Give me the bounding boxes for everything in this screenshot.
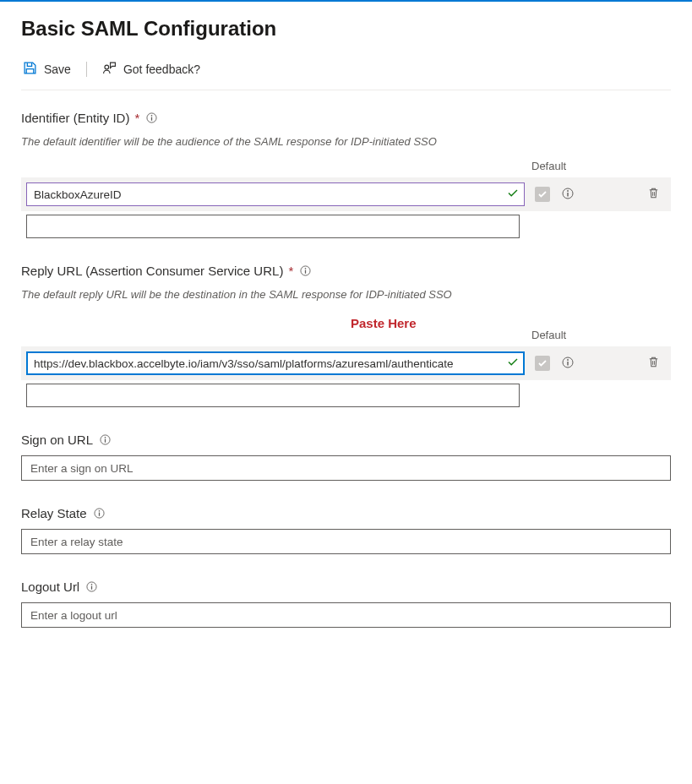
identifier-default-checkbox[interactable] (535, 187, 550, 202)
save-icon (23, 61, 37, 78)
required-mark: * (288, 264, 293, 278)
identifier-input[interactable] (26, 182, 525, 206)
identifier-default-header-row: Default (21, 160, 671, 177)
svg-rect-21 (91, 586, 92, 590)
identifier-add-row (21, 215, 671, 238)
replyurl-label: Reply URL (Assertion Consumer Service UR… (21, 264, 671, 278)
toolbar: Save Got feedback? (21, 52, 671, 90)
info-icon[interactable] (100, 434, 111, 445)
logout-label-text: Logout Url (21, 580, 79, 594)
svg-point-2 (151, 115, 153, 117)
replyurl-input-wrap (26, 351, 525, 375)
svg-rect-9 (305, 270, 306, 274)
identifier-label-text: Identifier (Entity ID) (21, 111, 129, 125)
svg-rect-15 (105, 439, 106, 443)
svg-rect-3 (151, 117, 152, 121)
delete-icon[interactable] (647, 356, 660, 368)
svg-point-0 (105, 65, 109, 69)
svg-point-11 (567, 359, 569, 361)
identifier-section: Identifier (Entity ID) * The default ide… (21, 111, 671, 238)
replyurl-description: The default reply URL will be the destin… (21, 288, 671, 301)
info-icon[interactable] (86, 581, 97, 592)
svg-point-8 (305, 268, 307, 270)
identifier-label: Identifier (Entity ID) * (21, 111, 671, 125)
identifier-input-wrap (26, 182, 525, 206)
relay-section: Relay State (21, 506, 671, 554)
default-column-header: Default (531, 160, 566, 172)
default-column-header: Default (531, 329, 566, 341)
replyurl-section: Reply URL (Assertion Consumer Service UR… (21, 264, 671, 407)
replyurl-label-text: Reply URL (Assertion Consumer Service UR… (21, 264, 283, 278)
logout-section: Logout Url (21, 580, 671, 628)
info-icon[interactable] (146, 112, 157, 123)
svg-rect-12 (567, 362, 568, 366)
svg-rect-18 (98, 513, 99, 516)
svg-point-17 (98, 510, 100, 512)
feedback-label: Got feedback? (123, 63, 200, 76)
info-icon[interactable] (562, 188, 574, 199)
replyurl-add-row (21, 384, 671, 407)
delete-icon[interactable] (647, 187, 660, 199)
info-icon[interactable] (562, 357, 574, 368)
save-button[interactable]: Save (21, 57, 73, 81)
replyurl-default-header-row: Default (21, 329, 671, 346)
signon-label-text: Sign on URL (21, 433, 93, 447)
identifier-row (21, 177, 671, 211)
identifier-description: The default identifier will be the audie… (21, 135, 671, 148)
svg-point-14 (105, 437, 106, 438)
replyurl-row (21, 346, 671, 380)
signon-section: Sign on URL (21, 433, 671, 481)
page-title: Basic SAML Configuration (21, 2, 671, 52)
logout-input[interactable] (21, 602, 671, 628)
relay-input[interactable] (21, 529, 671, 554)
relay-label-text: Relay State (21, 506, 87, 520)
replyurl-input[interactable] (26, 351, 525, 375)
signon-input[interactable] (21, 455, 671, 481)
replyurl-add-input[interactable] (26, 384, 520, 407)
replyurl-default-checkbox[interactable] (535, 356, 550, 371)
identifier-add-input[interactable] (26, 215, 520, 238)
info-icon[interactable] (94, 508, 105, 519)
toolbar-separator (86, 62, 87, 77)
feedback-button[interactable]: Got feedback? (101, 57, 202, 81)
svg-point-20 (91, 584, 93, 585)
svg-rect-6 (567, 193, 568, 197)
info-icon[interactable] (300, 265, 311, 276)
required-mark: * (134, 111, 139, 125)
logout-label: Logout Url (21, 580, 671, 594)
svg-point-5 (567, 190, 569, 192)
signon-label: Sign on URL (21, 433, 671, 447)
person-feedback-icon (102, 61, 117, 78)
relay-label: Relay State (21, 506, 671, 520)
save-label: Save (44, 63, 71, 76)
